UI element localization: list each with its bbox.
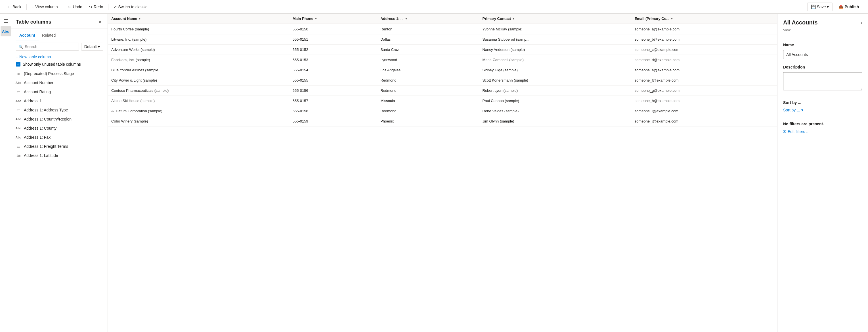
table-header-cell[interactable]: Email (Primary Co...▾| [631,13,777,24]
list-item[interactable]: AbcAddress 1: Fax [11,133,107,142]
table-cell: someone_a@example.com [631,24,777,34]
table-cell: 555-0157 [289,96,377,106]
show-unused-checkbox[interactable]: ✓ [16,62,21,66]
expand-panel-button[interactable]: › [861,20,862,25]
rect-icon: ▭ [16,89,21,94]
sort-icon: ▾ [315,17,317,21]
name-input[interactable] [783,50,862,59]
column-header-label: Email (Primary Co... [635,17,670,21]
table-row[interactable]: Contoso Pharmaceuticals (sample)555-0156… [108,86,777,96]
abc-def-icon: Abc [16,99,21,103]
undo-button[interactable]: ↩ Undo [65,3,85,11]
list-item[interactable]: #⊞Address 1: Latitude [11,151,107,160]
table-header-cell[interactable]: Primary Contact▾ [479,13,631,24]
divider-right-2 [777,95,868,95]
table-row[interactable]: Fabrikam, Inc. (sample)555-0153LynnwoodM… [108,55,777,65]
list-item[interactable]: ⊞(Deprecated) Process Stage [11,69,107,78]
rect-icon: ▭ [16,144,21,149]
table-cell: 555-0151 [289,34,377,45]
table-cell: Redmond [377,106,479,116]
table-cell: Redmond [377,75,479,86]
default-dropdown[interactable]: Default ▾ [81,43,103,51]
search-input[interactable] [25,44,76,49]
table-row[interactable]: Litware, Inc. (sample)555-0151DallasSusa… [108,34,777,45]
tab-account[interactable]: Account [16,31,39,40]
table-row[interactable]: City Power & Light (sample)555-0155Redmo… [108,75,777,86]
divider-3 [108,4,108,10]
right-panel-title: All Accounts [783,19,818,26]
redo-button[interactable]: ↪ Redo [86,3,106,11]
hamburger-icon [4,19,8,23]
table-cell: 555-0153 [289,55,377,65]
back-button[interactable]: ← Back [4,3,24,11]
left-panel-header: Table columns ✕ [11,13,107,28]
right-panel: All Accounts › View Name Description Sor… [777,13,868,332]
table-cell: someone_i@example.com [631,106,777,116]
table-cell: Yvonne McKay (sample) [479,24,631,34]
sort-icon: ▾ [139,17,141,21]
table-cell: City Power & Light (sample) [108,75,289,86]
rect-icon: ▭ [16,108,21,112]
table-row[interactable]: Coho Winery (sample)555-0159PhoenixJim G… [108,116,777,127]
column-header-label: Account Name [111,17,137,21]
table-row[interactable]: A. Datum Corporation (sample)555-0158Red… [108,106,777,116]
table-cell: 555-0155 [289,75,377,86]
list-item[interactable]: AbcAddress 1: Country/Region [11,115,107,123]
close-panel-button[interactable]: ✕ [97,18,103,26]
extra-col-icon: | [409,17,410,21]
table-cell: Jim Glynn (sample) [479,116,631,127]
list-item[interactable]: AbcAddress 1 [11,96,107,106]
save-icon: 💾 [811,4,816,9]
list-item[interactable]: AbcAddress 1: County [11,123,107,133]
table-cell: someone_f@example.com [631,75,777,86]
column-label: Address 1 [24,99,42,103]
list-item[interactable]: ▭Address 1: Address Type [11,106,107,115]
abc-icon: Abc [16,81,21,84]
filter-icon: ⧖ [783,129,786,134]
table-cell: 555-0156 [289,86,377,96]
no-filters-label: No filters are present. [777,118,868,128]
table-cell: Lynnwood [377,55,479,65]
view-column-button[interactable]: + View column [29,3,60,11]
table-cell: 555-0152 [289,45,377,55]
sort-by-chevron-icon: ▾ [801,108,803,112]
table-row[interactable]: Blue Yonder Airlines (sample)555-0154Los… [108,65,777,75]
list-item[interactable]: ▭Account Rating [11,87,107,96]
table-row[interactable]: Adventure Works (sample)555-0152Santa Cr… [108,45,777,55]
hamburger-icon-btn[interactable] [1,16,11,26]
save-button[interactable]: 💾 Save ▾ [807,3,833,11]
table-header-cell[interactable]: Main Phone▾ [289,13,377,24]
table-cell: 555-0159 [289,116,377,127]
switch-icon: ⤢ [114,4,117,9]
table-columns-icon-btn[interactable]: Abc [1,26,11,36]
tab-related[interactable]: Related [39,31,59,40]
list-item[interactable]: ▭Address 1: Freight Terms [11,142,107,151]
table-row[interactable]: Fourth Coffee (sample)555-0150RentonYvon… [108,24,777,34]
icon-strip: Abc [0,13,11,332]
grid-wrapper[interactable]: Account Name▾Main Phone▾Address 1: ...▾|… [108,13,777,332]
search-box[interactable]: 🔍 [16,43,79,51]
switch-classic-button[interactable]: ⤢ Switch to classic [111,3,150,11]
table-cell: Los Angeles [377,65,479,75]
table-row[interactable]: Alpine Ski House (sample)555-0157Missoul… [108,96,777,106]
table-cell: Maria Campbell (sample) [479,55,631,65]
table-cell: someone_c@example.com [631,45,777,55]
sort-icon: ▾ [513,17,514,21]
table-cell: Adventure Works (sample) [108,45,289,55]
list-item[interactable]: AbcAccount Number [11,78,107,87]
table-cell: Renton [377,24,479,34]
description-textarea[interactable] [783,72,862,90]
left-panel: Table columns ✕ Account Related 🔍 Defaul… [11,13,108,332]
table-header-cell[interactable]: Account Name▾ [108,13,289,24]
edit-filters-button[interactable]: ⧖ Edit filters ... [777,128,868,135]
table-cell: Rene Valdes (sample) [479,106,631,116]
table-cell: Blue Yonder Airlines (sample) [108,65,289,75]
table-header-cell[interactable]: Address 1: ...▾| [377,13,479,24]
publish-button[interactable]: 📤 Publish [834,3,864,11]
new-table-column-button[interactable]: + New table column [11,53,107,61]
description-section-header: Description [777,61,868,71]
grid-num-icon: #⊞ [16,154,21,157]
sort-by-row: Sort by ... [777,98,868,107]
sort-by-dropdown[interactable]: Sort by ... ▾ [777,107,868,113]
abc-icon: Abc [16,117,21,121]
